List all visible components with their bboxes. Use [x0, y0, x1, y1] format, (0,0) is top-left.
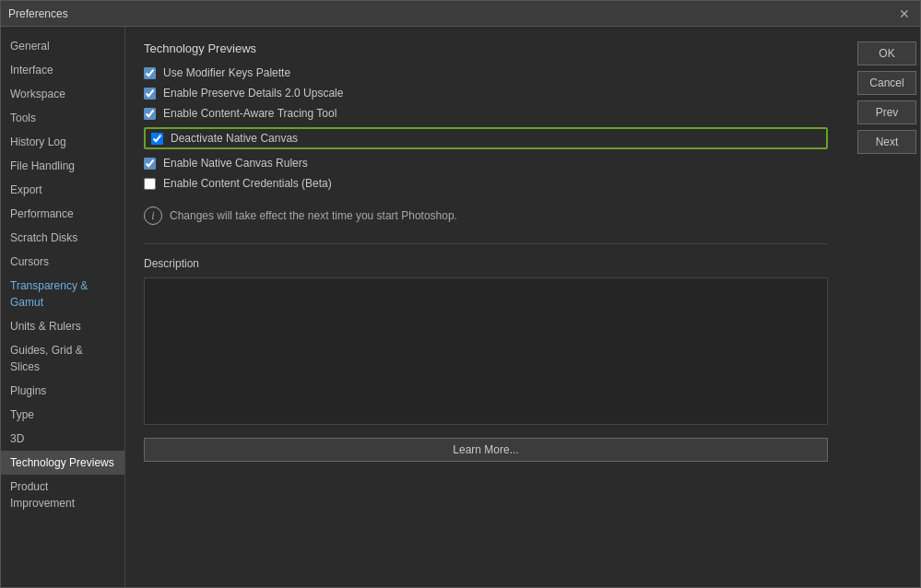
sidebar-item-15[interactable]: 3D — [1, 427, 124, 451]
divider — [144, 243, 828, 244]
info-icon: i — [144, 206, 162, 225]
info-row: i Changes will take effect the next time… — [144, 206, 828, 225]
sidebar-item-10[interactable]: Transparency & Gamut — [1, 274, 124, 314]
learn-more-button[interactable]: Learn More... — [144, 438, 828, 462]
cancel-button[interactable]: Cancel — [857, 71, 916, 95]
sidebar-item-11[interactable]: Units & Rulers — [1, 314, 124, 338]
next-button[interactable]: Next — [857, 130, 916, 154]
sidebar-item-14[interactable]: Type — [1, 403, 124, 427]
highlighted-deactivate-row: Deactivate Native Canvas — [144, 127, 828, 149]
checkbox-row-2: Enable Content-Aware Tracing Tool — [144, 107, 828, 120]
right-buttons: OK Cancel Prev Next — [846, 27, 920, 587]
checkbox-label-1: Enable Preserve Details 2.0 Upscale — [163, 87, 343, 100]
checkbox-deactivate-native-canvas[interactable] — [151, 133, 163, 145]
sidebar-item-6[interactable]: Export — [1, 178, 124, 202]
info-text: Changes will take effect the next time y… — [170, 209, 457, 222]
checkbox-label-2: Enable Content-Aware Tracing Tool — [163, 107, 337, 120]
checkbox-row-4: Enable Native Canvas Rulers — [144, 157, 828, 170]
main-content: Technology Previews Use Modifier Keys Pa… — [125, 27, 846, 587]
sidebar-item-16[interactable]: Technology Previews — [1, 451, 124, 475]
ok-button[interactable]: OK — [857, 41, 916, 65]
description-box — [144, 277, 828, 425]
checkbox-content-credentials[interactable] — [144, 178, 156, 190]
sidebar-item-5[interactable]: File Handling — [1, 154, 124, 178]
sidebar-item-12[interactable]: Guides, Grid & Slices — [1, 338, 124, 379]
checkbox-native-canvas-rulers[interactable] — [144, 158, 156, 170]
sidebar-item-4[interactable]: History Log — [1, 130, 124, 154]
sidebar-item-9[interactable]: Cursors — [1, 250, 124, 274]
checkbox-label-3: Deactivate Native Canvas — [171, 132, 298, 145]
checkbox-row-1: Enable Preserve Details 2.0 Upscale — [144, 87, 828, 100]
checkbox-label-4: Enable Native Canvas Rulers — [163, 157, 308, 170]
sidebar-item-7[interactable]: Performance — [1, 202, 124, 226]
dialog-body: GeneralInterfaceWorkspaceToolsHistory Lo… — [1, 27, 920, 587]
section-title: Technology Previews — [144, 41, 828, 55]
sidebar-item-17[interactable]: Product Improvement — [1, 475, 124, 515]
description-title: Description — [144, 257, 828, 270]
checkbox-content-aware-tracing[interactable] — [144, 108, 156, 120]
preferences-dialog: Preferences ✕ GeneralInterfaceWorkspaceT… — [0, 0, 921, 588]
dialog-title: Preferences — [8, 7, 68, 20]
prev-button[interactable]: Prev — [857, 100, 916, 124]
checkbox-use-modifier-keys[interactable] — [144, 67, 156, 79]
sidebar-item-3[interactable]: Tools — [1, 106, 124, 130]
sidebar: GeneralInterfaceWorkspaceToolsHistory Lo… — [1, 27, 125, 587]
checkbox-preserve-details[interactable] — [144, 88, 156, 100]
sidebar-item-2[interactable]: Workspace — [1, 82, 124, 106]
checkbox-row-5: Enable Content Credentials (Beta) — [144, 177, 828, 190]
title-bar: Preferences ✕ — [1, 1, 920, 27]
sidebar-item-13[interactable]: Plugins — [1, 379, 124, 403]
description-section: Description — [144, 257, 828, 425]
checkbox-label-5: Enable Content Credentials (Beta) — [163, 177, 332, 190]
sidebar-item-0[interactable]: General — [1, 34, 124, 58]
checkbox-label-0: Use Modifier Keys Palette — [163, 66, 290, 79]
checkbox-row-0: Use Modifier Keys Palette — [144, 66, 828, 79]
sidebar-item-1[interactable]: Interface — [1, 58, 124, 82]
sidebar-item-8[interactable]: Scratch Disks — [1, 226, 124, 250]
close-button[interactable]: ✕ — [896, 6, 913, 22]
